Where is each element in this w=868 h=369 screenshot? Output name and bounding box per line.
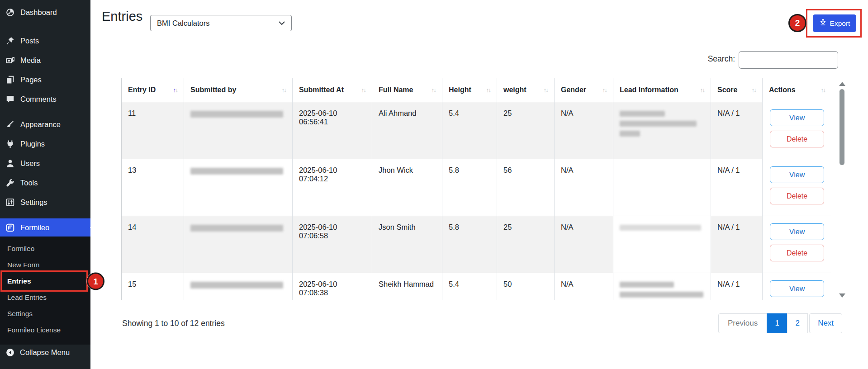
settings-icon: [6, 198, 14, 207]
column-header-full_name[interactable]: Full Name↑↓: [372, 78, 442, 102]
sidebar-item-settings[interactable]: Settings: [0, 193, 90, 212]
cell-full_name: Ali Ahmand: [372, 102, 442, 159]
cell-weight: 56: [497, 159, 555, 216]
pagination-previous[interactable]: Previous: [718, 313, 767, 333]
table-row-entry-11: 112025-06-10 06:56:41Ali Ahmand5.425N/AN…: [122, 102, 832, 159]
sort-icon: ↑↓: [282, 87, 286, 94]
column-header-label: Full Name: [379, 86, 413, 94]
submenu-item-formileo-license[interactable]: Formileo License: [0, 322, 90, 338]
submenu-item-formileo[interactable]: Formileo: [0, 241, 90, 257]
sort-icon: ↑↓: [700, 87, 705, 94]
sidebar-item-plugins[interactable]: Plugins: [0, 134, 90, 154]
submenu-item-entries[interactable]: Entries1: [0, 273, 90, 289]
sidebar-item-posts[interactable]: Posts: [0, 31, 90, 51]
tools-icon: [6, 179, 14, 187]
active-menu-arrow: [85, 222, 95, 232]
form-selector-dropdown[interactable]: BMI Calculators: [150, 15, 292, 31]
sidebar-item-appearance[interactable]: Appearance: [0, 115, 90, 134]
showing-summary: Showing 1 to 10 of 12 entries: [122, 319, 225, 328]
view-button[interactable]: View: [770, 109, 824, 126]
scroll-down-arrow-icon[interactable]: [839, 293, 845, 298]
redacted-text-block: [620, 111, 665, 117]
sidebar-item-pages[interactable]: Pages: [0, 70, 90, 90]
column-header-label: Height: [449, 86, 471, 94]
entries-table: Entry ID↑↓Submitted by↑↓Submitted At↑↓Fu…: [121, 78, 831, 300]
admin-screen: DashboardPostsMediaPagesCommentsAppearan…: [0, 0, 868, 369]
scrollbar-thumb[interactable]: [840, 89, 844, 165]
sidebar-item-label: Media: [20, 56, 41, 65]
column-header-submitted_by[interactable]: Submitted by↑↓: [184, 78, 293, 102]
column-header-gender[interactable]: Gender↑↓: [555, 78, 613, 102]
cell-score: N/A / 1: [711, 102, 763, 159]
redacted-text-block: [190, 282, 283, 289]
column-header-entry_id[interactable]: Entry ID↑↓: [122, 78, 184, 102]
sidebar-item-media[interactable]: Media: [0, 51, 90, 70]
column-header-lead_information[interactable]: Lead Information↑↓: [613, 78, 711, 102]
redacted-text-block: [190, 111, 283, 118]
column-header-height[interactable]: Height↑↓: [442, 78, 497, 102]
annotation-step-1: 1: [87, 273, 104, 290]
sidebar-item-formileo[interactable]: Formileo: [0, 218, 90, 237]
submenu-item-label: Formileo: [7, 245, 34, 253]
submenu-item-new-form[interactable]: New Form: [0, 257, 90, 273]
entries-tbody: 112025-06-10 06:56:41Ali Ahmand5.425N/AN…: [122, 102, 832, 301]
admin-menu: DashboardPostsMediaPagesCommentsAppearan…: [0, 0, 90, 212]
cell-full_name: Jhon Wick: [372, 159, 442, 216]
export-button[interactable]: Export: [813, 14, 856, 32]
sidebar-item-dashboard[interactable]: Dashboard: [0, 3, 90, 22]
comments-icon: [6, 95, 14, 104]
cell-score: N/A / 1: [711, 159, 763, 216]
sort-icon: ↑↓: [544, 87, 548, 94]
cell-height: 5.4: [442, 273, 497, 301]
cell-full_name: Sheikh Hammad: [372, 273, 442, 301]
submenu-item-label: Settings: [7, 310, 33, 318]
cell-submitted_by: [184, 159, 293, 216]
submenu-item-lead-entries[interactable]: Lead Entries: [0, 289, 90, 306]
delete-button[interactable]: Delete: [770, 245, 824, 261]
column-header-weight[interactable]: weight↑↓: [497, 78, 555, 102]
scroll-up-arrow-icon[interactable]: [839, 82, 845, 86]
sidebar-item-tools[interactable]: Tools: [0, 173, 90, 193]
page-title: Entries: [102, 9, 142, 24]
sidebar-item-label: Formileo: [20, 223, 49, 232]
pagination-next[interactable]: Next: [809, 313, 842, 333]
cell-weight: 25: [497, 216, 555, 273]
export-button-label: Export: [830, 19, 850, 28]
sort-icon: ↑↓: [432, 87, 436, 94]
search-input[interactable]: [739, 51, 838, 69]
cell-score: N/A / 1: [711, 216, 763, 273]
column-header-actions[interactable]: Actions↑↓: [763, 78, 832, 102]
sidebar-item-comments[interactable]: Comments: [0, 90, 90, 109]
sort-icon: ↑↓: [486, 87, 491, 94]
cell-lead_information: [613, 102, 711, 159]
cell-entry_id: 15: [122, 273, 184, 301]
column-header-score[interactable]: Score↑↓: [711, 78, 763, 102]
view-button[interactable]: View: [770, 166, 824, 183]
sidebar-item-users[interactable]: Users: [0, 154, 90, 173]
plugins-icon: [6, 140, 14, 148]
cell-submitted_by: [184, 102, 293, 159]
collapse-menu-button[interactable]: Collapse Menu: [0, 343, 90, 362]
submenu-item-settings[interactable]: Settings: [0, 306, 90, 322]
sidebar-item-label: Users: [20, 159, 40, 168]
submenu-item-label: Formileo License: [7, 326, 61, 334]
annotation-step-2: 2: [788, 14, 806, 32]
cell-gender: N/A: [555, 216, 613, 273]
cell-submitted_at: 2025-06-10 07:04:12: [293, 159, 372, 216]
column-header-submitted_at[interactable]: Submitted At↑↓: [293, 78, 372, 102]
pagination-page-1[interactable]: 1: [767, 313, 787, 333]
column-header-label: Lead Information: [620, 86, 678, 94]
pagination-page-2[interactable]: 2: [787, 313, 808, 333]
view-button[interactable]: View: [770, 280, 824, 297]
formileo-submenu: FormileoNew FormEntries1Lead EntriesSett…: [0, 237, 90, 345]
delete-button[interactable]: Delete: [770, 131, 824, 147]
submenu-item-label: New Form: [7, 261, 39, 269]
vertical-scrollbar[interactable]: [838, 80, 846, 300]
view-button[interactable]: View: [770, 223, 824, 240]
table-row-entry-14: 142025-06-10 07:06:58Json Smith5.825N/AN…: [122, 216, 832, 273]
table-row-entry-13: 132025-06-10 07:04:12Jhon Wick5.856N/AN/…: [122, 159, 832, 216]
cell-gender: N/A: [555, 159, 613, 216]
collapse-menu-label: Collapse Menu: [20, 348, 70, 357]
collapse-icon: [6, 348, 14, 357]
delete-button[interactable]: Delete: [770, 188, 824, 204]
